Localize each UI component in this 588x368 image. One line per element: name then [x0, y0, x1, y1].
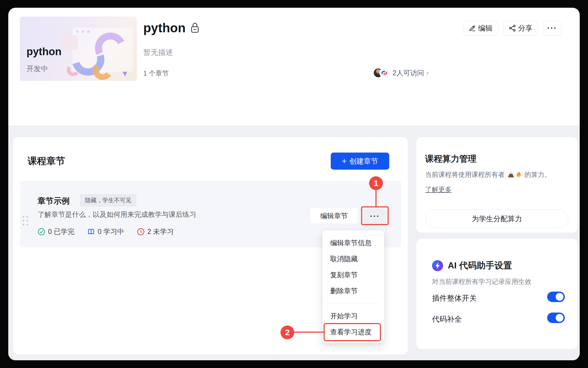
stat-not-started: 2 未学习 — [137, 227, 174, 236]
plus-icon: + — [342, 157, 347, 165]
stat-completed-label: 0 已学完 — [48, 227, 75, 236]
compute-desc-prefix: 当前课程将使用课程所有者 — [425, 170, 505, 179]
share-course-button[interactable]: 分享 — [503, 21, 538, 36]
learn-more-link[interactable]: 了解更多 — [425, 185, 452, 194]
pencil-icon — [469, 25, 476, 32]
plugin-switch-toggle[interactable] — [547, 292, 565, 302]
chapter-count: 1 个章节 — [143, 69, 169, 78]
check-circle-icon — [38, 228, 45, 236]
open-book-icon — [87, 228, 95, 236]
compute-panel: 课程算力管理 当前课程将使用课程所有者 的算力。 了解更多 为学生分配算力 — [416, 137, 578, 233]
member-avatar — [379, 68, 389, 78]
chapters-section-title: 课程章节 — [28, 155, 65, 167]
chevron-right-icon: › — [426, 69, 429, 77]
cover-course-title: python — [27, 46, 62, 58]
course-cover-card: python 开发中 — [20, 17, 137, 81]
annotation-line-2 — [294, 332, 324, 333]
chapter-description: 了解章节是什么，以及如何用来完成教学与课后练习 — [38, 210, 196, 219]
cover-bubble-art — [61, 35, 78, 50]
menu-item-start-learning[interactable]: 开始学习 — [322, 308, 384, 324]
code-completion-toggle[interactable] — [547, 313, 565, 323]
share-course-label: 分享 — [518, 23, 533, 33]
ai-panel-subtitle: 对当前课程所有学习记录应用生效 — [432, 277, 531, 286]
annotation-step-2: 2 — [280, 326, 294, 339]
menu-item-view-progress[interactable]: 查看学习进度 — [322, 324, 384, 340]
menu-item-delete[interactable]: 删除章节 — [322, 283, 384, 299]
chapter-context-menu: 编辑章节信息 取消隐藏 复刻章节 删除章节 开始学习 查看学习进度 — [322, 230, 384, 343]
lock-icon — [190, 22, 200, 34]
ai-panel-title: AI 代码助手设置 — [448, 260, 512, 272]
plugin-switch-label: 插件整体开关 — [432, 293, 477, 303]
clock-icon — [137, 228, 145, 236]
chapter-more-button[interactable]: ··· — [363, 209, 386, 224]
stat-learning-label: 0 学习中 — [98, 227, 124, 236]
share-icon — [509, 25, 516, 32]
drag-handle-icon[interactable] — [23, 216, 28, 225]
volcano-icon — [507, 171, 515, 178]
app-window: python 开发中 python 暂无描述 1 个章节 编辑 — [8, 8, 580, 360]
compute-panel-title: 课程算力管理 — [425, 153, 476, 165]
menu-divider — [327, 303, 379, 303]
chapter-title: 章节示例 — [38, 196, 70, 207]
menu-item-edit-info[interactable]: 编辑章节信息 — [322, 235, 384, 251]
access-members[interactable]: 2人可访问 › — [373, 68, 429, 78]
create-chapter-label: 创建章节 — [349, 156, 378, 166]
hidden-status-badge: 隐藏，学生不可见 — [80, 194, 136, 207]
annotation-line-1 — [375, 190, 377, 207]
fire-icon — [516, 171, 522, 178]
edit-course-label: 编辑 — [478, 23, 492, 33]
course-description: 暂无描述 — [143, 47, 173, 57]
stat-not-started-label: 2 未学习 — [147, 227, 174, 236]
annotation-step-1: 1 — [369, 176, 383, 190]
menu-item-duplicate[interactable]: 复刻章节 — [322, 267, 384, 283]
ai-assistant-icon — [432, 260, 443, 271]
menu-item-unhide[interactable]: 取消隐藏 — [322, 251, 384, 267]
course-more-button[interactable]: ··· — [543, 21, 561, 36]
cover-course-status: 开发中 — [27, 64, 48, 74]
page-title: python — [143, 20, 186, 35]
ai-assistant-panel: AI 代码助手设置 对当前课程所有学习记录应用生效 插件整体开关 代码补全 — [416, 239, 578, 349]
compute-desc-suffix: 的算力。 — [525, 170, 551, 179]
edit-course-button[interactable]: 编辑 — [463, 21, 498, 36]
compute-panel-description: 当前课程将使用课程所有者 的算力。 — [425, 170, 551, 179]
chapter-stats: 0 已学完 0 学习中 2 未学习 — [38, 227, 174, 236]
edit-chapter-button[interactable]: 编辑章节 — [310, 207, 358, 224]
access-label: 2人可访问 — [393, 68, 424, 78]
create-chapter-button[interactable]: + 创建章节 — [331, 153, 389, 170]
stat-completed: 0 已学完 — [38, 227, 75, 236]
stat-learning: 0 学习中 — [87, 227, 124, 236]
allocate-compute-button[interactable]: 为学生分配算力 — [425, 210, 568, 228]
more-dots-icon: ··· — [547, 23, 557, 33]
code-completion-label: 代码补全 — [432, 314, 462, 324]
